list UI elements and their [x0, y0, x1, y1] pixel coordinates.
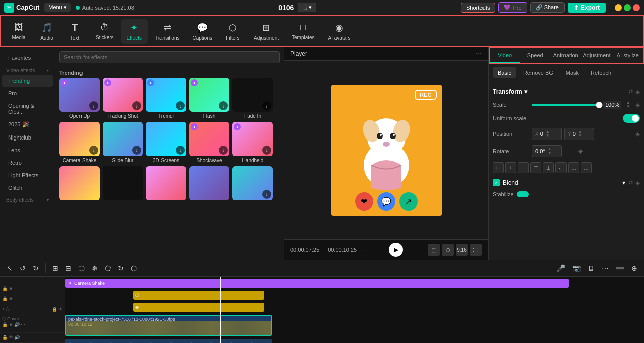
effect-flash[interactable]: ♦ ↓ Flash — [189, 78, 229, 119]
subtab-retouch[interactable]: Retouch — [586, 67, 616, 78]
shortcuts-button[interactable]: Shortcuts — [461, 3, 495, 13]
position-y-input[interactable]: Y 0 ▲ ▼ — [564, 128, 594, 140]
blend-reset-icon[interactable]: ↺ — [628, 179, 633, 186]
tl-transform-button[interactable]: ⬡ — [128, 263, 139, 274]
close-button[interactable] — [633, 4, 640, 11]
tl-undo-button[interactable]: ↺ — [17, 263, 28, 274]
y-down-btn[interactable]: ▼ — [577, 134, 583, 138]
add-track-icon[interactable]: + — [2, 307, 5, 312]
rotate-copy-icon[interactable]: ◈ — [578, 148, 583, 155]
sidebar-item-lens[interactable]: Lens — [2, 144, 53, 156]
scale-down-btn[interactable]: ▼ — [625, 105, 631, 109]
align-extra2-button[interactable]: … — [581, 162, 592, 173]
toolbar-stickers[interactable]: ⏱ Stickers — [90, 19, 120, 43]
eye-icon-2[interactable]: 👁 — [9, 296, 13, 301]
x-stepper[interactable]: ▲ ▼ — [545, 130, 551, 138]
toolbar-audio[interactable]: 🎵 Audio — [33, 19, 60, 44]
effect-3d-screens[interactable]: ↓ 3D Screens — [146, 122, 186, 163]
scale-slider[interactable] — [532, 104, 599, 106]
toolbar-text[interactable]: T Text — [61, 19, 89, 44]
blend-copy-icon[interactable]: ◈ — [635, 179, 640, 186]
toolbar-transitions[interactable]: ⇌ Transitions — [149, 19, 186, 44]
lock-icon-1[interactable]: 🔒 — [2, 286, 8, 291]
x-down-btn[interactable]: ▼ — [545, 134, 551, 138]
align-center-v-button[interactable]: ⊥ — [543, 162, 554, 173]
effect-r1[interactable] — [59, 166, 100, 202]
align-bottom-button[interactable]: ⌐ — [555, 162, 567, 173]
align-top-button[interactable]: ⊤ — [530, 162, 541, 173]
toolbar-effects[interactable]: ✦ Effects — [121, 19, 148, 44]
effect-open-up[interactable]: ♦ ↓ Open Up — [59, 78, 100, 119]
share-button[interactable]: 🔗 Share — [530, 2, 565, 13]
align-extra1-button[interactable]: … — [568, 162, 579, 173]
tl-split-button[interactable]: ⊞ — [50, 263, 61, 274]
effect-r5[interactable]: ↓ — [232, 166, 273, 202]
eye-icon-4[interactable]: 👁 — [9, 322, 13, 327]
tl-mic-button[interactable]: 🎤 — [554, 263, 568, 274]
sidebar-item-light-effects[interactable]: Light Effects — [2, 169, 53, 181]
toolbar-templates[interactable]: □ Templates — [286, 19, 321, 43]
tab-ai-stylize[interactable]: AI stylize — [613, 48, 643, 63]
position-copy-icon[interactable]: ◈ — [635, 130, 640, 138]
align-right-button[interactable]: ⊣ — [518, 162, 529, 173]
sidebar-item-2025[interactable]: 2025 🎉 — [2, 118, 53, 131]
rotate-input[interactable]: 0.0° ▲ ▼ — [532, 145, 562, 157]
toolbar-captions[interactable]: 💬 Captions — [187, 19, 218, 44]
tl-camera-button[interactable]: 📷 — [570, 263, 583, 274]
subtab-mask[interactable]: Mask — [560, 67, 584, 78]
effect-r4[interactable] — [189, 166, 229, 202]
eye-icon-1[interactable]: 👁 — [9, 286, 13, 291]
stabilize-toggle[interactable] — [517, 191, 529, 197]
sidebar-item-retro[interactable]: Retro — [2, 157, 53, 169]
tl-redo-button[interactable]: ↻ — [30, 263, 41, 274]
audio-icon-5[interactable]: 🔊 — [14, 335, 20, 340]
maximize-button[interactable] — [624, 4, 631, 11]
reset-icon[interactable]: ↺ — [628, 88, 633, 95]
lock-icon-5[interactable]: 🔒 — [2, 335, 8, 340]
rotate-down-btn[interactable]: ▼ — [547, 151, 553, 155]
more-icon-5[interactable]: ⋯ — [21, 335, 25, 340]
reaction-heart-button[interactable]: ❤ — [355, 192, 373, 211]
effect-r3[interactable] — [146, 166, 186, 202]
tl-zoom-out-button[interactable]: ➖ — [613, 263, 627, 274]
lock-icon-4[interactable]: 🔒 — [2, 322, 8, 327]
subtab-remove-bg[interactable]: Remove BG — [518, 67, 558, 78]
toolbar-ai-avatars[interactable]: ◉ AI avatars — [322, 19, 357, 44]
more-icon-4[interactable]: ⋯ — [21, 322, 25, 327]
compare-button[interactable]: ⬡ — [442, 244, 454, 256]
tl-zoom-in-button[interactable]: ⊕ — [629, 263, 640, 274]
effect-tremor[interactable]: ♦ ↓ Tremor — [146, 78, 186, 119]
aspect-ratio-button[interactable]: 9:16 — [456, 244, 468, 256]
tl-rotate-button[interactable]: ↻ — [115, 263, 126, 274]
export-button[interactable]: ⬆ Export — [568, 3, 606, 13]
effect-camera-shake[interactable]: ↓ Camera Shake — [59, 122, 100, 163]
toolbar-filters[interactable]: ⬡ Filters — [219, 19, 247, 44]
sidebar-item-trending[interactable]: Trending — [2, 75, 53, 87]
tl-crop-button[interactable]: ⬡ — [76, 263, 87, 274]
align-left-button[interactable]: ⊢ — [493, 162, 504, 173]
copy-icon[interactable]: ◈ — [635, 88, 640, 95]
eye-icon-5[interactable]: 👁 — [9, 335, 13, 340]
effect-bar1-clip[interactable]: ⬡ — [133, 291, 264, 300]
eye-icon-3[interactable]: 👁 — [58, 307, 63, 312]
screen-button[interactable]: ⬚ ▾ — [298, 3, 316, 12]
lock-icon-2[interactable]: 🔒 — [2, 296, 8, 301]
tl-more-button[interactable]: ⋯ — [599, 263, 611, 274]
effect-r2[interactable] — [103, 166, 143, 202]
effect-bar2-clip[interactable]: ◈ — [133, 303, 264, 312]
fullscreen-button[interactable]: ⛶ — [470, 244, 482, 256]
video-clip[interactable]: pexels-rdne-stock-project-7516712-1080x1… — [65, 315, 272, 336]
toolbar-adjustment[interactable]: ⊞ Adjustment — [248, 19, 285, 44]
tl-mirror-button[interactable]: ⬠ — [102, 263, 113, 274]
camera-shake-clip[interactable]: ✦ Camera Shake — [65, 279, 569, 288]
lock-icon-3[interactable]: 🔒 — [52, 307, 57, 312]
audio-icon-4[interactable]: 🔊 — [14, 322, 20, 327]
tl-select-button[interactable]: ↖ — [4, 263, 15, 274]
effect-handheld[interactable]: ♦ ↓ Handheld — [232, 122, 273, 163]
search-input[interactable] — [59, 51, 280, 63]
effect-shockwave[interactable]: ♦ ↓ Shockwave — [189, 122, 229, 163]
play-button[interactable]: ▶ — [389, 243, 403, 257]
sidebar-item-opening-closing[interactable]: Opening & Clos... — [2, 100, 53, 118]
effect-slide-blur[interactable]: ↓ Slide Blur — [103, 122, 143, 163]
minimize-button[interactable] — [615, 4, 622, 11]
